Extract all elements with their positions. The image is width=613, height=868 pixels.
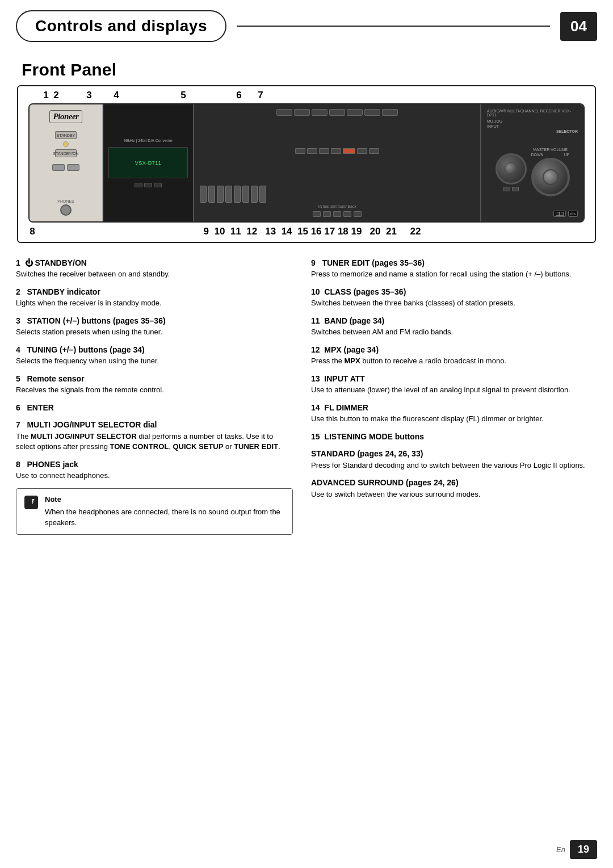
item-14: 14 FL DIMMER Use this button to make the… [311, 402, 597, 425]
item-5: 5 Remote sensor Receives the signals fro… [16, 374, 293, 396]
label-7: 7 [255, 90, 266, 101]
btn-7 [382, 109, 398, 116]
standby-on-button: STANDBY/ON [55, 149, 77, 157]
content-area: 1 ⏻ STANDBY/ON Switches the receiver bet… [0, 253, 613, 547]
page-footer: En 19 [556, 840, 597, 859]
volume-dial-inner [543, 169, 559, 185]
label-6: 6 [234, 90, 244, 101]
volume-dial [531, 158, 570, 196]
item-9: 9 TUNER EDIT (pages 35–36) Press to memo… [311, 258, 597, 280]
item-2: 2 STANDBY indicator Lights when the rece… [16, 287, 293, 309]
spacer [266, 90, 578, 101]
item-15-advanced: ADVANCED SURROUND (pages 24, 26) Use to … [311, 477, 597, 500]
front-panel-diagram: 1 2 3 4 5 6 7 Pioneer STANDBY STANDBY/ON [17, 85, 596, 243]
note-box: ᵎ Note When the headphones are connected… [16, 488, 293, 535]
right-column: 9 TUNER EDIT (pages 35–36) Press to memo… [306, 258, 597, 542]
label-3: 3 [84, 90, 94, 101]
item-15-standard: STANDARD (pages 24, 26, 33) Press for St… [311, 448, 597, 471]
display-text: VSX-D711 [135, 160, 162, 166]
label-9-22: 9 10 11 12 13 14 15 16 17 18 19 20 21 22 [38, 226, 586, 237]
btn-row-top [198, 109, 477, 116]
dac-label: 96kHz | 24bit D/A Converter [124, 139, 173, 142]
receiver-image: Pioneer STANDBY STANDBY/ON PHONES [28, 103, 585, 223]
label-1: 1 [41, 90, 51, 101]
btn-3 [312, 109, 328, 116]
tuner-btn-6 [369, 148, 379, 154]
footer-page-number: 19 [570, 840, 597, 859]
item-10: 10 CLASS (pages 35–36) Switches between … [311, 287, 597, 309]
recv-right-panel: AUDIO/V® MULTI-CHANNEL RECEIVER VSX-D711… [481, 104, 583, 221]
virtual-surround-label: Virtual Surround Back [200, 204, 475, 208]
btn-row-tuner [198, 148, 477, 154]
item-8: 8 PHONES jack Use to connect headphones. [16, 459, 293, 481]
page-header: Controls and displays 04 [0, 0, 613, 48]
label-8: 8 [27, 226, 38, 237]
top-number-labels: 1 2 3 4 5 6 7 [18, 86, 595, 101]
note-icon: ᵎ [23, 494, 39, 510]
item-12: 12 MPX (page 34) Press the MPX button to… [311, 345, 597, 367]
recv-left-panel: Pioneer STANDBY STANDBY/ON PHONES [30, 104, 103, 221]
item-11: 11 BAND (page 34) Switches between AM an… [311, 316, 597, 338]
jog-dial [496, 153, 527, 184]
standby-indicator [63, 141, 69, 147]
page-title: Controls and displays [16, 10, 226, 42]
item-1: 1 ⏻ STANDBY/ON Switches the receiver bet… [16, 258, 293, 280]
item-3: 3 STATION (+/–) buttons (pages 35–36) Se… [16, 316, 293, 338]
left-column: 1 ⏻ STANDBY/ON Switches the receiver bet… [16, 258, 306, 542]
tuner-btn-2 [307, 148, 317, 154]
section-title: Front Panel [22, 60, 613, 79]
phones-jack [60, 204, 72, 216]
footer-lang: En [556, 845, 565, 854]
btn-5 [347, 109, 363, 116]
note-content: Note When the headphones are connected, … [45, 494, 285, 529]
label-2: 2 [51, 90, 61, 101]
recv-center-panel: Virtual Surround Back [194, 104, 481, 221]
dts-badge: dts [568, 211, 578, 217]
bottom-number-labels: 8 9 10 11 12 13 14 15 16 17 18 19 20 21 … [18, 225, 595, 242]
item-4: 4 TUNING (+/–) buttons (page 34) Selects… [16, 345, 293, 367]
btn-6 [364, 109, 380, 116]
btn-1 [276, 109, 292, 116]
label-4: 4 [111, 90, 121, 101]
standby-button: STANDBY [55, 131, 77, 139]
recv-display-panel: 96kHz | 24bit D/A Converter VSX-D711 [103, 104, 194, 221]
pioneer-logo: Pioneer [49, 110, 83, 123]
tuner-btn-4 [331, 148, 341, 154]
jog-dial-inner [505, 162, 517, 175]
header-divider [237, 26, 550, 27]
item-15: 15 LISTENING MODE buttons [311, 431, 597, 442]
chapter-number: 04 [560, 12, 597, 41]
label-5: 5 [178, 90, 188, 101]
dolby-badge: 🄳🄳 [553, 211, 566, 217]
item-7: 7 MULTI JOG/INPUT SELECTOR dial The MULT… [16, 420, 293, 452]
tuner-btn-5 [357, 148, 367, 154]
btn-4 [329, 109, 345, 116]
fl-display: VSX-D711 [108, 147, 188, 178]
tuner-btn-1 [295, 148, 305, 154]
tuner-btn-3 [319, 148, 329, 154]
item-13: 13 INPUT ATT Use to attenuate (lower) th… [311, 374, 597, 396]
btn-2 [294, 109, 310, 116]
item-6: 6 ENTER [16, 402, 293, 413]
